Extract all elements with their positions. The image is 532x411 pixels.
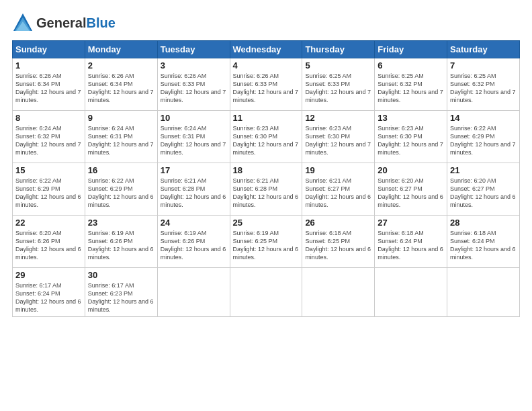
calendar-cell [302, 268, 375, 317]
calendar-cell: 12Sunrise: 6:23 AMSunset: 6:30 PMDayligh… [302, 111, 375, 163]
day-info: Sunrise: 6:17 AMSunset: 6:23 PMDaylight:… [88, 281, 154, 314]
day-info: Sunrise: 6:23 AMSunset: 6:30 PMDaylight:… [305, 124, 371, 157]
day-number: 8 [15, 113, 82, 123]
calendar-cell [230, 268, 302, 317]
weekday-header-sunday: Sunday [13, 41, 85, 58]
day-info: Sunrise: 6:23 AMSunset: 6:30 PMDaylight:… [233, 124, 300, 157]
calendar-cell: 6Sunrise: 6:25 AMSunset: 6:32 PMDaylight… [375, 58, 447, 111]
calendar-cell: 25Sunrise: 6:19 AMSunset: 6:25 PMDayligh… [230, 216, 302, 268]
calendar-cell: 20Sunrise: 6:20 AMSunset: 6:27 PMDayligh… [375, 163, 447, 216]
header: GeneralBlue [12, 12, 520, 34]
calendar-cell: 1Sunrise: 6:26 AMSunset: 6:34 PMDaylight… [13, 58, 85, 111]
week-row-4: 22Sunrise: 6:20 AMSunset: 6:26 PMDayligh… [13, 216, 520, 268]
day-number: 23 [88, 218, 154, 228]
day-number: 4 [233, 60, 300, 71]
weekday-header-row: SundayMondayTuesdayWednesdayThursdayFrid… [13, 41, 520, 58]
calendar-cell: 21Sunrise: 6:20 AMSunset: 6:27 PMDayligh… [447, 163, 520, 216]
weekday-header-thursday: Thursday [302, 41, 375, 58]
calendar-cell: 8Sunrise: 6:24 AMSunset: 6:32 PMDaylight… [13, 111, 85, 163]
calendar-cell: 13Sunrise: 6:23 AMSunset: 6:30 PMDayligh… [375, 111, 447, 163]
day-number: 5 [305, 60, 371, 71]
day-number: 10 [161, 113, 227, 123]
logo-text: GeneralBlue [36, 15, 116, 31]
day-number: 29 [15, 270, 82, 280]
day-number: 9 [88, 113, 154, 123]
calendar-table: SundayMondayTuesdayWednesdayThursdayFrid… [12, 40, 520, 317]
weekday-header-wednesday: Wednesday [230, 41, 302, 58]
day-info: Sunrise: 6:24 AMSunset: 6:32 PMDaylight:… [15, 124, 82, 157]
calendar-cell: 4Sunrise: 6:26 AMSunset: 6:33 PMDaylight… [230, 58, 302, 111]
day-info: Sunrise: 6:25 AMSunset: 6:32 PMDaylight:… [378, 72, 444, 105]
calendar-page: GeneralBlue SundayMondayTuesdayWednesday… [0, 0, 532, 411]
day-number: 24 [161, 218, 227, 228]
day-info: Sunrise: 6:25 AMSunset: 6:33 PMDaylight:… [305, 72, 371, 105]
day-number: 25 [233, 218, 300, 228]
day-number: 11 [233, 113, 300, 123]
week-row-1: 1Sunrise: 6:26 AMSunset: 6:34 PMDaylight… [13, 58, 520, 111]
day-info: Sunrise: 6:19 AMSunset: 6:26 PMDaylight:… [88, 229, 154, 262]
day-number: 18 [233, 165, 300, 175]
day-number: 20 [378, 165, 444, 175]
calendar-cell: 18Sunrise: 6:21 AMSunset: 6:28 PMDayligh… [230, 163, 302, 216]
calendar-cell: 27Sunrise: 6:18 AMSunset: 6:24 PMDayligh… [375, 216, 447, 268]
day-number: 3 [161, 60, 227, 71]
calendar-cell: 26Sunrise: 6:18 AMSunset: 6:25 PMDayligh… [302, 216, 375, 268]
day-number: 7 [450, 60, 517, 71]
day-info: Sunrise: 6:18 AMSunset: 6:24 PMDaylight:… [378, 229, 444, 262]
day-info: Sunrise: 6:26 AMSunset: 6:34 PMDaylight:… [15, 72, 82, 105]
weekday-header-monday: Monday [85, 41, 157, 58]
day-info: Sunrise: 6:21 AMSunset: 6:27 PMDaylight:… [305, 177, 371, 210]
day-number: 12 [305, 113, 371, 123]
calendar-cell: 3Sunrise: 6:26 AMSunset: 6:33 PMDaylight… [157, 58, 230, 111]
calendar-cell: 9Sunrise: 6:24 AMSunset: 6:31 PMDaylight… [85, 111, 157, 163]
calendar-cell: 22Sunrise: 6:20 AMSunset: 6:26 PMDayligh… [13, 216, 85, 268]
day-info: Sunrise: 6:18 AMSunset: 6:24 PMDaylight:… [450, 229, 517, 262]
day-info: Sunrise: 6:20 AMSunset: 6:27 PMDaylight:… [378, 177, 444, 210]
day-number: 19 [305, 165, 371, 175]
day-number: 21 [450, 165, 517, 175]
day-info: Sunrise: 6:21 AMSunset: 6:28 PMDaylight:… [233, 177, 300, 210]
week-row-5: 29Sunrise: 6:17 AMSunset: 6:24 PMDayligh… [13, 268, 520, 317]
day-number: 1 [15, 60, 82, 71]
calendar-cell: 16Sunrise: 6:22 AMSunset: 6:29 PMDayligh… [85, 163, 157, 216]
day-number: 13 [378, 113, 444, 123]
day-info: Sunrise: 6:20 AMSunset: 6:26 PMDaylight:… [15, 229, 82, 262]
calendar-cell: 2Sunrise: 6:26 AMSunset: 6:34 PMDaylight… [85, 58, 157, 111]
day-info: Sunrise: 6:26 AMSunset: 6:33 PMDaylight:… [233, 72, 300, 105]
calendar-cell: 24Sunrise: 6:19 AMSunset: 6:26 PMDayligh… [157, 216, 230, 268]
day-info: Sunrise: 6:24 AMSunset: 6:31 PMDaylight:… [88, 124, 154, 157]
day-info: Sunrise: 6:22 AMSunset: 6:29 PMDaylight:… [15, 177, 82, 210]
day-number: 27 [378, 218, 444, 228]
day-number: 30 [88, 270, 154, 280]
day-info: Sunrise: 6:23 AMSunset: 6:30 PMDaylight:… [378, 124, 444, 157]
calendar-cell: 15Sunrise: 6:22 AMSunset: 6:29 PMDayligh… [13, 163, 85, 216]
calendar-cell [447, 268, 520, 317]
day-number: 17 [161, 165, 227, 175]
calendar-cell: 7Sunrise: 6:25 AMSunset: 6:32 PMDaylight… [447, 58, 520, 111]
day-number: 15 [15, 165, 82, 175]
calendar-cell: 11Sunrise: 6:23 AMSunset: 6:30 PMDayligh… [230, 111, 302, 163]
day-number: 22 [15, 218, 82, 228]
calendar-cell: 10Sunrise: 6:24 AMSunset: 6:31 PMDayligh… [157, 111, 230, 163]
day-info: Sunrise: 6:26 AMSunset: 6:33 PMDaylight:… [161, 72, 227, 105]
day-info: Sunrise: 6:24 AMSunset: 6:31 PMDaylight:… [161, 124, 227, 157]
day-number: 6 [378, 60, 444, 71]
day-number: 2 [88, 60, 154, 71]
day-info: Sunrise: 6:26 AMSunset: 6:34 PMDaylight:… [88, 72, 154, 105]
day-info: Sunrise: 6:19 AMSunset: 6:25 PMDaylight:… [233, 229, 300, 262]
calendar-cell [375, 268, 447, 317]
logo: GeneralBlue [12, 12, 116, 34]
day-info: Sunrise: 6:22 AMSunset: 6:29 PMDaylight:… [450, 124, 517, 157]
calendar-cell: 14Sunrise: 6:22 AMSunset: 6:29 PMDayligh… [447, 111, 520, 163]
calendar-cell: 5Sunrise: 6:25 AMSunset: 6:33 PMDaylight… [302, 58, 375, 111]
weekday-header-tuesday: Tuesday [157, 41, 230, 58]
logo-icon [12, 12, 34, 34]
calendar-cell: 29Sunrise: 6:17 AMSunset: 6:24 PMDayligh… [13, 268, 85, 317]
day-info: Sunrise: 6:25 AMSunset: 6:32 PMDaylight:… [450, 72, 517, 105]
calendar-cell: 17Sunrise: 6:21 AMSunset: 6:28 PMDayligh… [157, 163, 230, 216]
day-info: Sunrise: 6:17 AMSunset: 6:24 PMDaylight:… [15, 281, 82, 314]
day-number: 14 [450, 113, 517, 123]
day-info: Sunrise: 6:22 AMSunset: 6:29 PMDaylight:… [88, 177, 154, 210]
day-number: 28 [450, 218, 517, 228]
day-info: Sunrise: 6:21 AMSunset: 6:28 PMDaylight:… [161, 177, 227, 210]
